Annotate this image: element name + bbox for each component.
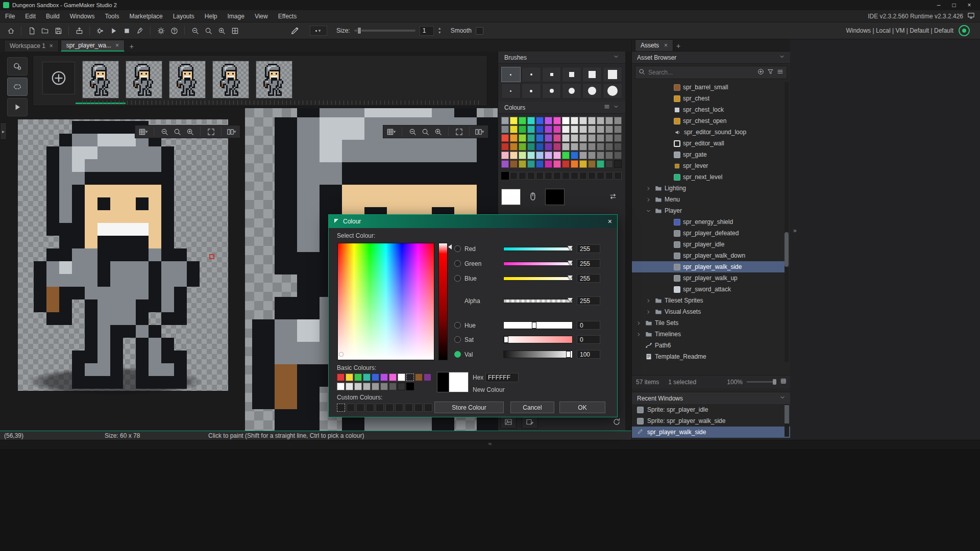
chevron-right-icon[interactable] xyxy=(645,197,652,203)
palette-swatch[interactable] xyxy=(536,134,544,142)
basic-colour[interactable] xyxy=(380,373,388,381)
menu-view[interactable]: View xyxy=(250,10,273,22)
basic-colour[interactable] xyxy=(380,383,388,390)
zoom-slider-thumb[interactable] xyxy=(773,379,776,385)
zoom-reset-button[interactable] xyxy=(202,24,215,37)
store-colour-button[interactable]: Store Colour xyxy=(434,402,504,413)
channel-value-alpha[interactable]: 255 xyxy=(577,296,600,305)
search-input[interactable] xyxy=(648,69,754,76)
size-slider[interactable] xyxy=(354,30,415,32)
palette-swatch[interactable] xyxy=(605,134,613,142)
recent-windows-header[interactable]: Recent Windows xyxy=(632,392,791,404)
asset-spr_barrel_small[interactable]: spr_barrel_small xyxy=(632,82,785,93)
custom-colour-slot[interactable] xyxy=(424,404,432,412)
chevron-right-icon[interactable] xyxy=(635,320,642,326)
add-tab-button[interactable]: + xyxy=(127,41,137,52)
palette-empty-slot[interactable] xyxy=(536,172,544,180)
palette-swatch[interactable] xyxy=(501,126,509,133)
palette-swatch[interactable] xyxy=(527,134,535,142)
palette-swatch[interactable] xyxy=(510,117,518,124)
palette-swatch[interactable] xyxy=(588,117,596,124)
menu-windows[interactable]: Windows xyxy=(65,10,100,22)
palette-swatch[interactable] xyxy=(536,126,544,133)
channel-radio-val[interactable] xyxy=(454,351,461,358)
chevron-right-icon[interactable] xyxy=(645,309,652,315)
home-button[interactable] xyxy=(4,24,17,37)
palette-swatch[interactable] xyxy=(588,143,596,151)
palette-swatch[interactable] xyxy=(605,152,613,159)
tab-sprite-editor[interactable]: spr_player_wa... × xyxy=(61,40,125,52)
tree-scrollbar-thumb[interactable] xyxy=(785,232,789,267)
palette-swatch[interactable] xyxy=(605,143,613,151)
slider-handle[interactable] xyxy=(568,298,573,302)
asset-Tileset Sprites[interactable]: Tileset Sprites xyxy=(632,295,785,306)
swap-colours-icon[interactable] xyxy=(609,192,617,202)
asset-Tile Sets[interactable]: Tile Sets xyxy=(632,317,785,329)
close-button[interactable]: × xyxy=(962,0,977,10)
basic-colour[interactable] xyxy=(389,383,397,390)
asset-spr_gate[interactable]: spr_gate xyxy=(632,149,785,160)
palette-swatch[interactable] xyxy=(579,134,587,142)
palette-swatch[interactable] xyxy=(571,143,578,151)
palette-swatch[interactable] xyxy=(536,152,544,159)
palette-swatch[interactable] xyxy=(579,117,587,124)
asset-Visual Assets[interactable]: Visual Assets xyxy=(632,306,785,317)
palette-empty-slot[interactable] xyxy=(545,172,552,180)
palette-swatch[interactable] xyxy=(510,152,518,159)
grid-view-icon[interactable] xyxy=(780,378,787,386)
new-file-button[interactable] xyxy=(25,24,38,37)
asset-Menu[interactable]: Menu xyxy=(632,194,785,205)
asset-spr_chest[interactable]: spr_chest xyxy=(632,93,785,104)
workspace-scrollbar[interactable]: ≈ xyxy=(0,440,980,449)
frame-4[interactable] xyxy=(212,61,249,98)
minimize-button[interactable]: – xyxy=(931,0,946,10)
plus-circle-icon[interactable] xyxy=(757,68,764,77)
menu-icon[interactable] xyxy=(604,104,610,111)
palette-swatch[interactable] xyxy=(597,117,604,124)
palette-empty-slot[interactable] xyxy=(510,172,518,180)
add-frame-button[interactable] xyxy=(42,62,75,94)
asset-spr_chest_lock[interactable]: spr_chest_lock xyxy=(632,104,785,115)
channel-radio-blue[interactable] xyxy=(454,275,461,282)
palette-swatch[interactable] xyxy=(527,152,535,159)
fit-button[interactable] xyxy=(205,126,217,137)
gear-button[interactable] xyxy=(154,24,167,37)
slider-handle[interactable] xyxy=(532,322,536,329)
palette-swatch[interactable] xyxy=(501,152,509,159)
asset-spr_player_walk_side[interactable]: spr_player_walk_side xyxy=(632,261,785,272)
asset-spr_player_idle[interactable]: spr_player_idle xyxy=(632,239,785,250)
palette-empty-slot[interactable] xyxy=(553,172,561,180)
palette-swatch[interactable] xyxy=(614,134,622,142)
brush-square-10[interactable] xyxy=(562,67,581,82)
palette-swatch[interactable] xyxy=(527,117,535,124)
asset-browser-header[interactable]: Asset Browser xyxy=(632,52,790,64)
palette-swatch[interactable] xyxy=(519,134,526,142)
palette-swatch[interactable] xyxy=(614,152,622,159)
asset-spr_player_walk_down[interactable]: spr_player_walk_down xyxy=(632,250,785,261)
palette-swatch[interactable] xyxy=(614,126,622,133)
channel-value-green[interactable]: 255 xyxy=(577,259,600,268)
close-tab-icon[interactable]: × xyxy=(115,42,119,49)
palette-empty-slot[interactable] xyxy=(588,172,596,180)
palette-swatch[interactable] xyxy=(562,152,570,159)
channel-value-blue[interactable]: 255 xyxy=(577,274,600,283)
expand-panel-icon[interactable]: » xyxy=(793,227,797,234)
palette-swatch[interactable] xyxy=(501,143,509,151)
palette-swatch[interactable] xyxy=(519,126,526,133)
chevron-right-icon[interactable] xyxy=(635,332,642,337)
palette-empty-slot[interactable] xyxy=(562,172,570,180)
asset-spr_player_walk_up[interactable]: spr_player_walk_up xyxy=(632,272,785,284)
cancel-button[interactable]: Cancel xyxy=(510,402,554,413)
channel-value-sat[interactable]: 0 xyxy=(577,335,600,344)
palette-swatch[interactable] xyxy=(597,134,604,142)
chevron-down-icon[interactable] xyxy=(645,208,652,214)
value-strip[interactable] xyxy=(438,243,448,360)
grid-button[interactable]: ▼ xyxy=(385,126,398,137)
basic-colour[interactable] xyxy=(337,383,345,390)
palette-swatch[interactable] xyxy=(527,143,535,151)
channel-slider-val[interactable] xyxy=(503,350,573,358)
channel-value-red[interactable]: 255 xyxy=(577,244,600,253)
colours-header[interactable]: Colours xyxy=(498,102,625,114)
palette-swatch[interactable] xyxy=(597,160,604,168)
asset-spr_energy_shield[interactable]: spr_energy_shield xyxy=(632,216,785,228)
